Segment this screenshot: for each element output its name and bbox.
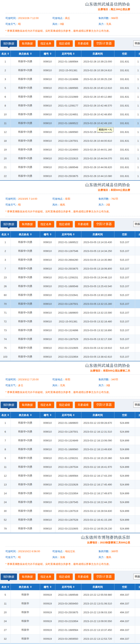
- result-row[interactable]: 6韩振华+刘勇0090102022-03-12875012023-03-12 1…: [0, 427, 140, 436]
- result-row[interactable]: 10韩振华+刘勇0090102022-03-13246512023-02-26 …: [0, 110, 140, 119]
- sort-icon[interactable]: [30, 233, 32, 235]
- result-row[interactable]: 1韩振华+刘勇0090102022-01-16895222023-03-05 1…: [0, 238, 140, 247]
- owner-search-input[interactable]: [133, 221, 140, 227]
- col-header-loft[interactable]: 棚号: [40, 412, 55, 418]
- sort-icon[interactable]: [73, 586, 75, 588]
- tab-assign-results[interactable]: 指定成绩: [56, 574, 73, 580]
- col-header-rank[interactable]: 名次: [0, 584, 10, 590]
- col-header-owner[interactable]: 鸽主姓名: [10, 584, 40, 590]
- result-row[interactable]: 32韩振华0009192023-03-26595502023-10-22 13:…: [0, 634, 140, 643]
- result-row[interactable]: 9韩振华+刘勇0090102021-01-12081512023-03-12 1…: [0, 454, 140, 462]
- col-header-rank[interactable]: 名次: [0, 231, 10, 238]
- sort-icon[interactable]: [50, 414, 51, 416]
- sort-icon[interactable]: [50, 233, 51, 235]
- result-row[interactable]: 23韩振华+刘勇0090102021-01-12081512023-03-05 …: [0, 273, 140, 282]
- result-row[interactable]: 72韩振华+刘勇0090102022-15-0013812023-03-05 1…: [0, 317, 140, 326]
- tab-assign-results[interactable]: 指定成绩: [56, 40, 73, 47]
- tab-report-data[interactable]: 报到数据: [0, 574, 17, 580]
- result-row[interactable]: 20韩振华+刘勇0090102022-03-22326152023-02-26 …: [0, 154, 140, 163]
- result-row[interactable]: 79韩振华+刘勇0090102022-03-22326052023-03-12 …: [0, 524, 140, 533]
- owner-search-input[interactable]: [133, 402, 140, 408]
- tab-assign-results[interactable]: 指定成绩: [56, 402, 73, 408]
- result-row[interactable]: 1韩振华+刘勇0090102022-01-16896002023-03-12 1…: [0, 418, 140, 427]
- sort-icon[interactable]: [73, 233, 75, 235]
- sort-icon[interactable]: [50, 53, 51, 54]
- result-row[interactable]: 11韩振华+刘勇0090102022-03-12875342023-03-12 …: [0, 462, 140, 471]
- tab-collect-data[interactable]: 集鸽数据: [19, 40, 36, 47]
- result-row[interactable]: 13韩振华+刘勇0090102022-03-22326262023-03-12 …: [0, 480, 140, 489]
- result-row[interactable]: 11韩振华0009192023-03-26594502023-10-22 13:…: [0, 599, 140, 608]
- tab-distance-calculator[interactable]: 空距计算器: [94, 402, 115, 408]
- sort-icon[interactable]: [73, 414, 75, 416]
- result-row[interactable]: 12韩振华+刘勇0090102022-01-16895642023-03-12 …: [0, 471, 140, 480]
- result-row[interactable]: 103韩振华+刘勇0090102022-03-22326542023-03-05…: [0, 352, 140, 361]
- tab-report-data[interactable]: 报到数据: [0, 40, 17, 47]
- tab-distance-calculator[interactable]: 空距计算器: [94, 40, 115, 47]
- result-row[interactable]: 1韩振华+刘勇0090102022-01-16895642023-02-26 1…: [0, 57, 140, 66]
- col-header-ring[interactable]: 足环号码: [55, 412, 81, 418]
- result-row[interactable]: 71韩振华+刘勇0090102022-01-16896002023-03-05 …: [0, 308, 140, 317]
- result-row[interactable]: 74韩振华+刘勇0090102022-03-12875292023-03-05 …: [0, 335, 140, 344]
- tab-distance-calculator[interactable]: 空距计算器: [94, 221, 115, 228]
- sort-icon[interactable]: [30, 53, 32, 54]
- result-row[interactable]: 26韩振华+刘勇0090102022-01-16895482023-03-05 …: [0, 282, 140, 291]
- tab-collect-data[interactable]: 集鸽数据: [19, 402, 36, 408]
- result-row[interactable]: 8韩振华+刘勇0090102021-01-12081772023-02-26 1…: [0, 101, 140, 110]
- result-row[interactable]: 24韩振华+刘勇0090102022-03-12875452023-03-12 …: [0, 498, 140, 506]
- tab-final-results[interactable]: 关赛成绩: [75, 221, 91, 228]
- col-header-owner[interactable]: 鸽主姓名: [10, 231, 40, 238]
- result-row[interactable]: 22韩振华+刘勇0090102022-03-25036752023-02-26 …: [0, 172, 140, 181]
- col-header-loft[interactable]: 棚号: [40, 584, 55, 590]
- result-row[interactable]: 3韩振华+刘勇0090102022-03-13248962023-02-26 1…: [0, 75, 140, 84]
- col-header-loft[interactable]: 棚号: [40, 231, 55, 238]
- result-row[interactable]: 3韩振华+刘勇0090102022-03-26942902023-03-05 1…: [0, 256, 140, 264]
- result-row[interactable]: 70韩振华+刘勇0090102022-03-12875012023-03-05 …: [0, 300, 140, 308]
- tab-assign-list[interactable]: 指定名单: [38, 402, 54, 408]
- result-row[interactable]: 11韩振华+刘勇0090102022-01-16895222023-02-26 …: [0, 119, 140, 128]
- tab-collect-data[interactable]: 集鸽数据: [19, 574, 36, 580]
- owner-search-input[interactable]: [133, 574, 140, 580]
- tab-collect-data[interactable]: 集鸽数据: [19, 221, 36, 228]
- result-row[interactable]: 14韩振华+刘勇0090102022-03-22326542023-03-12 …: [0, 489, 140, 498]
- result-row[interactable]: 24韩振华0009192022-03-22326542023-10-22 13:…: [0, 617, 140, 626]
- sort-icon[interactable]: [7, 414, 9, 416]
- col-header-owner[interactable]: 鸽主姓名: [10, 50, 40, 57]
- result-row[interactable]: 60韩振华+刘勇0090102022-03-22326412023-03-05 …: [0, 291, 140, 300]
- sort-icon[interactable]: [50, 586, 51, 588]
- result-row[interactable]: 61韩振华0009192022-03-12875412023-10-22 13:…: [0, 643, 140, 644]
- col-header-ring[interactable]: 足环号码: [55, 584, 81, 590]
- result-row[interactable]: 7韩振华+刘勇0090102022-03-25036752023-03-05 1…: [0, 264, 140, 273]
- tab-final-results[interactable]: 关赛成绩: [75, 402, 91, 408]
- result-row[interactable]: 30韩振华+刘勇0090102022-03-12875192023-03-12 …: [0, 506, 140, 516]
- tab-final-results[interactable]: 关赛成绩: [75, 574, 91, 580]
- result-row[interactable]: 5韩振华0009192022-01-16895482023-10-22 12:5…: [0, 590, 140, 599]
- result-row[interactable]: 8韩振华+刘勇0090102022-01-16895602023-03-12 1…: [0, 445, 140, 454]
- result-row[interactable]: 21韩振华+刘勇0090102022-01-16895482023-02-26 …: [0, 163, 140, 172]
- sort-icon[interactable]: [7, 233, 9, 235]
- result-row[interactable]: 12韩振华+刘勇0090102022-01-16895602023-02-26 …: [0, 128, 140, 136]
- sort-icon[interactable]: [7, 53, 9, 54]
- sort-icon[interactable]: [30, 586, 32, 588]
- col-header-owner[interactable]: 鸽主姓名: [10, 412, 40, 418]
- tab-assign-list[interactable]: 指定名单: [38, 574, 54, 580]
- result-row[interactable]: 2韩振华+刘勇0090102022-03-12875462023-03-05 1…: [0, 247, 140, 256]
- result-row[interactable]: 18韩振华+刘勇0090102022-03-12875012023-02-26 …: [0, 136, 140, 145]
- sort-icon[interactable]: [73, 53, 75, 54]
- sort-icon[interactable]: [7, 586, 9, 588]
- result-row[interactable]: 6韩振华+刘勇0090102022-03-22326692023-02-26 1…: [0, 92, 140, 101]
- result-row[interactable]: 19韩振华+刘勇0090102022-03-13249002023-02-26 …: [0, 145, 140, 154]
- result-row[interactable]: 73韩振华+刘勇0090102022-03-13248962023-03-05 …: [0, 326, 140, 335]
- result-row[interactable]: 5韩振华+刘勇0090102022-01-16895652023-02-26 1…: [0, 84, 140, 92]
- owner-search-input[interactable]: [133, 40, 140, 46]
- result-row[interactable]: 75韩振华+刘勇0090102022-03-22326052023-03-05 …: [0, 344, 140, 352]
- result-row[interactable]: 27韩振华0009192022-01-16895642023-10-22 13:…: [0, 626, 140, 634]
- col-header-ring[interactable]: 足环号码: [55, 50, 81, 57]
- tab-assign-list[interactable]: 指定名单: [38, 40, 54, 47]
- result-row[interactable]: 7韩振华+刘勇0090102022-03-13248492023-03-12 1…: [0, 436, 140, 445]
- tab-assign-list[interactable]: 指定名单: [38, 221, 54, 228]
- tab-final-results[interactable]: 关赛成绩: [75, 40, 91, 47]
- tab-assign-results[interactable]: 指定成绩: [56, 221, 73, 228]
- col-header-rank[interactable]: 名次: [0, 412, 10, 418]
- col-header-loft[interactable]: 棚号: [40, 50, 55, 57]
- tab-report-data[interactable]: 报到数据: [0, 221, 17, 228]
